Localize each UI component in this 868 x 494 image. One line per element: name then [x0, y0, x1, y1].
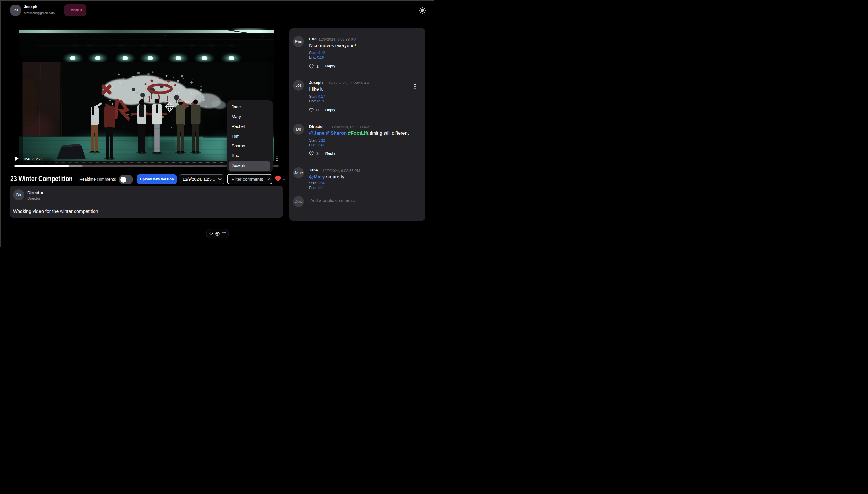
svg-text:2: 2	[164, 35, 166, 38]
svg-text:2: 2	[35, 35, 36, 38]
svg-text:1: 1	[261, 35, 263, 38]
svg-text:1: 1	[75, 35, 77, 38]
